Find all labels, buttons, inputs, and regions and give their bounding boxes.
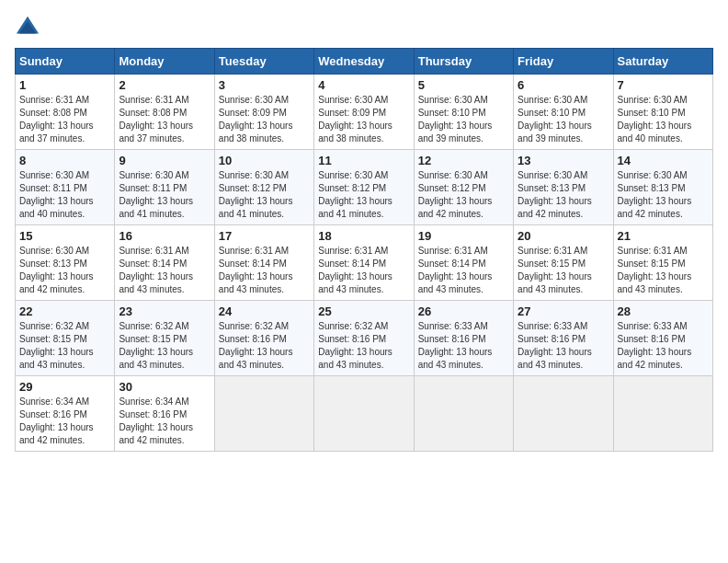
day-number: 24 [219, 304, 310, 318]
calendar-cell: 20Sunrise: 6:31 AMSunset: 8:15 PMDayligh… [514, 225, 613, 301]
day-number: 30 [119, 380, 210, 394]
calendar-week-1: 1Sunrise: 6:31 AMSunset: 8:08 PMDaylight… [16, 75, 713, 150]
calendar-cell: 21Sunrise: 6:31 AMSunset: 8:15 PMDayligh… [613, 225, 712, 301]
day-number: 21 [618, 229, 709, 243]
day-header-saturday: Saturday [613, 49, 712, 75]
day-info: Sunrise: 6:30 AMSunset: 8:09 PMDaylight:… [219, 94, 310, 145]
calendar-cell: 18Sunrise: 6:31 AMSunset: 8:14 PMDayligh… [314, 225, 414, 301]
calendar-cell: 15Sunrise: 6:30 AMSunset: 8:13 PMDayligh… [16, 225, 115, 301]
day-number: 25 [318, 304, 409, 318]
day-info: Sunrise: 6:32 AMSunset: 8:16 PMDaylight:… [318, 320, 409, 372]
day-number: 13 [518, 154, 609, 167]
calendar-cell: 25Sunrise: 6:32 AMSunset: 8:16 PMDayligh… [314, 301, 414, 376]
day-number: 23 [119, 304, 210, 318]
day-info: Sunrise: 6:30 AMSunset: 8:10 PMDaylight:… [518, 94, 609, 145]
day-info: Sunrise: 6:30 AMSunset: 8:10 PMDaylight:… [418, 94, 509, 145]
day-info: Sunrise: 6:32 AMSunset: 8:15 PMDaylight:… [119, 320, 210, 372]
day-header-monday: Monday [115, 49, 214, 75]
day-info: Sunrise: 6:31 AMSunset: 8:14 PMDaylight:… [119, 245, 210, 296]
calendar-week-4: 22Sunrise: 6:32 AMSunset: 8:15 PMDayligh… [16, 301, 713, 376]
calendar-cell: 24Sunrise: 6:32 AMSunset: 8:16 PMDayligh… [214, 301, 313, 376]
day-number: 20 [518, 229, 609, 243]
day-number: 18 [318, 229, 409, 243]
calendar-cell [314, 376, 414, 452]
calendar-cell: 26Sunrise: 6:33 AMSunset: 8:16 PMDayligh… [414, 301, 513, 376]
day-number: 8 [19, 154, 110, 167]
day-number: 15 [19, 229, 110, 243]
day-header-friday: Friday [514, 49, 613, 75]
day-number: 1 [19, 78, 110, 92]
page-header [15, 15, 713, 40]
day-info: Sunrise: 6:31 AMSunset: 8:14 PMDaylight:… [219, 245, 310, 296]
day-info: Sunrise: 6:32 AMSunset: 8:15 PMDaylight:… [19, 320, 110, 372]
day-info: Sunrise: 6:30 AMSunset: 8:13 PMDaylight:… [618, 169, 709, 221]
day-number: 27 [518, 304, 609, 318]
day-number: 10 [219, 154, 310, 167]
logo-icon [15, 15, 40, 40]
calendar-header-row: SundayMondayTuesdayWednesdayThursdayFrid… [16, 49, 713, 75]
day-number: 17 [219, 229, 310, 243]
calendar-cell: 2Sunrise: 6:31 AMSunset: 8:08 PMDaylight… [115, 75, 214, 150]
calendar-cell: 14Sunrise: 6:30 AMSunset: 8:13 PMDayligh… [613, 150, 712, 225]
calendar-cell: 11Sunrise: 6:30 AMSunset: 8:12 PMDayligh… [314, 150, 414, 225]
day-info: Sunrise: 6:34 AMSunset: 8:16 PMDaylight:… [119, 396, 210, 447]
calendar-cell: 9Sunrise: 6:30 AMSunset: 8:11 PMDaylight… [115, 150, 214, 225]
calendar-week-5: 29Sunrise: 6:34 AMSunset: 8:16 PMDayligh… [16, 376, 713, 452]
day-number: 12 [418, 154, 509, 167]
day-number: 26 [418, 304, 509, 318]
day-number: 5 [418, 78, 509, 92]
calendar-cell: 28Sunrise: 6:33 AMSunset: 8:16 PMDayligh… [613, 301, 712, 376]
day-header-wednesday: Wednesday [314, 49, 414, 75]
calendar-cell: 17Sunrise: 6:31 AMSunset: 8:14 PMDayligh… [214, 225, 313, 301]
calendar-cell: 4Sunrise: 6:30 AMSunset: 8:09 PMDaylight… [314, 75, 414, 150]
calendar-cell: 10Sunrise: 6:30 AMSunset: 8:12 PMDayligh… [214, 150, 313, 225]
day-info: Sunrise: 6:31 AMSunset: 8:08 PMDaylight:… [19, 94, 110, 145]
calendar-week-2: 8Sunrise: 6:30 AMSunset: 8:11 PMDaylight… [16, 150, 713, 225]
calendar-cell [214, 376, 313, 452]
day-info: Sunrise: 6:34 AMSunset: 8:16 PMDaylight:… [19, 396, 110, 447]
calendar-week-3: 15Sunrise: 6:30 AMSunset: 8:13 PMDayligh… [16, 225, 713, 301]
day-number: 14 [618, 154, 709, 167]
day-info: Sunrise: 6:31 AMSunset: 8:14 PMDaylight:… [318, 245, 409, 296]
day-info: Sunrise: 6:30 AMSunset: 8:13 PMDaylight:… [19, 245, 110, 296]
calendar-cell: 19Sunrise: 6:31 AMSunset: 8:14 PMDayligh… [414, 225, 513, 301]
day-number: 6 [518, 78, 609, 92]
day-info: Sunrise: 6:30 AMSunset: 8:10 PMDaylight:… [618, 94, 709, 145]
day-number: 16 [119, 229, 210, 243]
day-header-tuesday: Tuesday [214, 49, 313, 75]
calendar-cell: 3Sunrise: 6:30 AMSunset: 8:09 PMDaylight… [214, 75, 313, 150]
day-info: Sunrise: 6:30 AMSunset: 8:13 PMDaylight:… [518, 169, 609, 221]
day-number: 3 [219, 78, 310, 92]
day-header-thursday: Thursday [414, 49, 513, 75]
day-info: Sunrise: 6:30 AMSunset: 8:11 PMDaylight:… [19, 169, 110, 221]
day-number: 4 [318, 78, 409, 92]
day-number: 11 [318, 154, 409, 167]
calendar-cell: 23Sunrise: 6:32 AMSunset: 8:15 PMDayligh… [115, 301, 214, 376]
day-number: 28 [618, 304, 709, 318]
day-number: 2 [119, 78, 210, 92]
calendar-cell [414, 376, 513, 452]
day-info: Sunrise: 6:31 AMSunset: 8:08 PMDaylight:… [119, 94, 210, 145]
day-number: 22 [19, 304, 110, 318]
day-info: Sunrise: 6:30 AMSunset: 8:12 PMDaylight:… [418, 169, 509, 221]
calendar-cell: 22Sunrise: 6:32 AMSunset: 8:15 PMDayligh… [16, 301, 115, 376]
calendar-cell [514, 376, 613, 452]
day-number: 7 [618, 78, 709, 92]
day-info: Sunrise: 6:33 AMSunset: 8:16 PMDaylight:… [518, 320, 609, 372]
day-info: Sunrise: 6:33 AMSunset: 8:16 PMDaylight:… [618, 320, 709, 372]
day-number: 9 [119, 154, 210, 167]
calendar-cell: 29Sunrise: 6:34 AMSunset: 8:16 PMDayligh… [16, 376, 115, 452]
calendar-cell: 1Sunrise: 6:31 AMSunset: 8:08 PMDaylight… [16, 75, 115, 150]
logo [15, 15, 44, 40]
calendar-cell: 16Sunrise: 6:31 AMSunset: 8:14 PMDayligh… [115, 225, 214, 301]
calendar-cell: 7Sunrise: 6:30 AMSunset: 8:10 PMDaylight… [613, 75, 712, 150]
calendar-cell: 27Sunrise: 6:33 AMSunset: 8:16 PMDayligh… [514, 301, 613, 376]
day-info: Sunrise: 6:31 AMSunset: 8:14 PMDaylight:… [418, 245, 509, 296]
calendar-cell: 12Sunrise: 6:30 AMSunset: 8:12 PMDayligh… [414, 150, 513, 225]
day-info: Sunrise: 6:31 AMSunset: 8:15 PMDaylight:… [518, 245, 609, 296]
day-info: Sunrise: 6:32 AMSunset: 8:16 PMDaylight:… [219, 320, 310, 372]
day-header-sunday: Sunday [16, 49, 115, 75]
day-number: 29 [19, 380, 110, 394]
calendar-cell: 6Sunrise: 6:30 AMSunset: 8:10 PMDaylight… [514, 75, 613, 150]
day-info: Sunrise: 6:30 AMSunset: 8:09 PMDaylight:… [318, 94, 409, 145]
